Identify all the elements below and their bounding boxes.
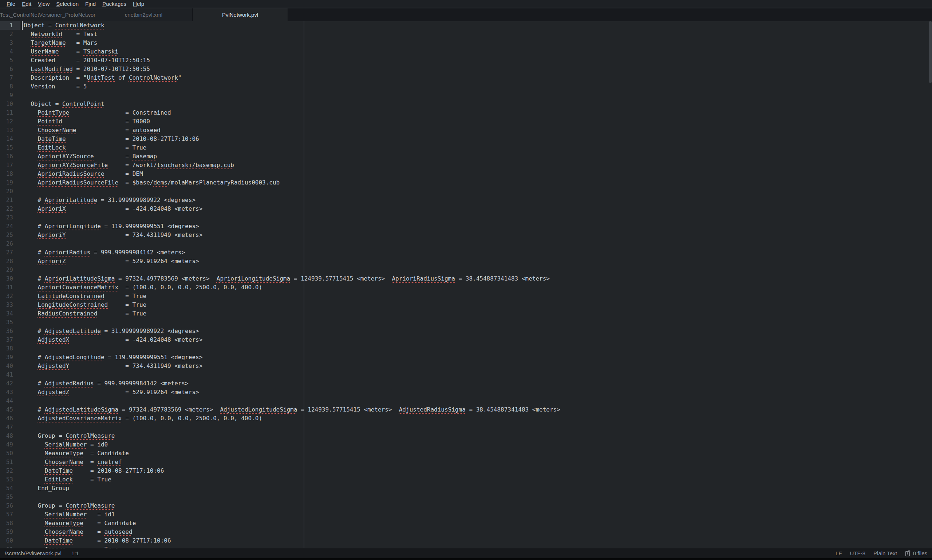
code-line[interactable]: [24, 423, 560, 432]
line-number[interactable]: 58: [0, 519, 13, 528]
line-number[interactable]: 27: [0, 248, 13, 257]
code-content[interactable]: Object = ControlNetwork NetworkId = Test…: [24, 21, 560, 548]
line-number[interactable]: 31: [0, 283, 13, 292]
line-number[interactable]: 34: [0, 309, 13, 318]
line-number[interactable]: 2: [0, 30, 13, 38]
code-line[interactable]: # AprioriLatitude = 31.999999989922 <deg…: [24, 196, 560, 205]
code-line[interactable]: AdjustedCovarianceMatrix = (100.0, 0.0, …: [24, 414, 560, 423]
code-line[interactable]: [24, 318, 560, 327]
code-line[interactable]: LatitudeConstrained = True: [24, 292, 560, 300]
code-line[interactable]: MeasureType = Candidate: [24, 519, 560, 528]
status-encoding[interactable]: UTF-8: [850, 550, 866, 556]
status-cursor-position[interactable]: 1:1: [71, 550, 79, 556]
code-line[interactable]: Ignore = True: [24, 545, 560, 548]
line-number[interactable]: 17: [0, 161, 13, 169]
tab-unittest-controlnetversioner-protonetwork[interactable]: unitTest_ControlNetVersioner_ProtoNetwor…: [0, 8, 95, 21]
menu-item-edit[interactable]: Edit: [18, 0, 35, 8]
status-git-status[interactable]: 0 files: [905, 550, 927, 557]
code-line[interactable]: [24, 344, 560, 353]
code-line[interactable]: [24, 187, 560, 196]
line-number[interactable]: 1: [0, 21, 13, 30]
code-line[interactable]: AprioriX = -424.024048 <meters>: [24, 205, 560, 213]
code-line[interactable]: AprioriY = 734.4311949 <meters>: [24, 231, 560, 239]
line-number[interactable]: 56: [0, 502, 13, 510]
line-number[interactable]: 15: [0, 143, 13, 152]
menu-item-view[interactable]: View: [35, 0, 53, 8]
code-line[interactable]: Group = ControlMeasure: [24, 502, 560, 510]
line-number[interactable]: 42: [0, 379, 13, 388]
line-number[interactable]: 37: [0, 335, 13, 344]
code-line[interactable]: AdjustedX = -424.024048 <meters>: [24, 335, 560, 344]
line-number[interactable]: 53: [0, 475, 13, 484]
line-number[interactable]: 19: [0, 178, 13, 187]
menu-item-file[interactable]: File: [3, 0, 18, 8]
status-line-ending[interactable]: LF: [835, 550, 842, 556]
code-line[interactable]: EditLock = True: [24, 143, 560, 152]
line-number[interactable]: 16: [0, 152, 13, 161]
code-line[interactable]: # AdjustedRadius = 999.99999984142 <mete…: [24, 379, 560, 388]
code-line[interactable]: AprioriRadiusSource = DEM: [24, 169, 560, 178]
line-number[interactable]: 6: [0, 65, 13, 74]
line-number-gutter[interactable]: 1234567891011121314151617181920212223242…: [0, 21, 13, 548]
code-line[interactable]: EditLock = True: [24, 475, 560, 484]
code-line[interactable]: TargetName = Mars: [24, 38, 560, 47]
line-number[interactable]: 22: [0, 205, 13, 213]
code-line[interactable]: [24, 397, 560, 405]
code-line[interactable]: LongitudeConstrained = True: [24, 300, 560, 309]
line-number[interactable]: 50: [0, 449, 13, 458]
tab-pvlnetwork-pvl[interactable]: PvlNetwork.pvl: [193, 8, 288, 21]
line-number[interactable]: 20: [0, 187, 13, 196]
menu-item-help[interactable]: Help: [129, 0, 148, 8]
code-line[interactable]: PointId = T0000: [24, 117, 560, 126]
line-number[interactable]: 26: [0, 239, 13, 248]
line-number[interactable]: 13: [0, 126, 13, 135]
line-number[interactable]: 51: [0, 458, 13, 466]
editor-pane[interactable]: 1234567891011121314151617181920212223242…: [0, 21, 932, 548]
line-number[interactable]: 30: [0, 274, 13, 283]
line-number[interactable]: 8: [0, 82, 13, 91]
code-line[interactable]: [24, 493, 560, 502]
line-number[interactable]: 5: [0, 56, 13, 65]
code-line[interactable]: Description = "UnitTest of ControlNetwor…: [24, 74, 560, 82]
code-line[interactable]: # AdjustedLongitude = 119.99999999551 <d…: [24, 353, 560, 362]
code-line[interactable]: AprioriXYZSource = Basemap: [24, 152, 560, 161]
code-line[interactable]: # AprioriLongitude = 119.99999999551 <de…: [24, 222, 560, 231]
code-line[interactable]: AdjustedY = 734.4311949 <meters>: [24, 362, 560, 371]
status-grammar[interactable]: Plain Text: [873, 550, 897, 556]
code-line[interactable]: MeasureType = Candidate: [24, 449, 560, 458]
line-number[interactable]: 46: [0, 414, 13, 423]
code-line[interactable]: SerialNumber = id0: [24, 440, 560, 449]
code-line[interactable]: PointType = Constrained: [24, 108, 560, 117]
line-number[interactable]: 40: [0, 362, 13, 371]
line-number[interactable]: 21: [0, 196, 13, 205]
line-number[interactable]: 3: [0, 38, 13, 47]
code-line[interactable]: DateTime = 2010-08-27T17:10:06: [24, 466, 560, 475]
line-number[interactable]: 45: [0, 405, 13, 414]
line-number[interactable]: 7: [0, 74, 13, 82]
code-line[interactable]: Version = 5: [24, 82, 560, 91]
code-line[interactable]: RadiusConstrained = True: [24, 309, 560, 318]
line-number[interactable]: 47: [0, 423, 13, 432]
code-line[interactable]: # AdjustedLatitudeSigma = 97324.49778356…: [24, 405, 560, 414]
line-number[interactable]: 4: [0, 47, 13, 56]
line-number[interactable]: 60: [0, 536, 13, 545]
code-line[interactable]: ChooserName = autoseed: [24, 126, 560, 135]
line-number[interactable]: 59: [0, 528, 13, 536]
menu-item-packages[interactable]: Packages: [99, 0, 129, 8]
menu-item-find[interactable]: Find: [82, 0, 99, 8]
code-line[interactable]: Object = ControlNetwork: [24, 21, 560, 30]
menu-item-selection[interactable]: Selection: [53, 0, 82, 8]
line-number[interactable]: 10: [0, 100, 13, 108]
line-number[interactable]: 32: [0, 292, 13, 300]
code-line[interactable]: # AdjustedLatitude = 31.999999989922 <de…: [24, 327, 560, 335]
code-line[interactable]: AprioriRadiusSourceFile = $base/dems/mol…: [24, 178, 560, 187]
line-number[interactable]: 33: [0, 300, 13, 309]
code-line[interactable]: SerialNumber = id1: [24, 510, 560, 519]
line-number[interactable]: 28: [0, 257, 13, 266]
code-line[interactable]: DateTime = 2010-08-27T17:10:06: [24, 536, 560, 545]
code-line[interactable]: Object = ControlPoint: [24, 100, 560, 108]
code-line[interactable]: [24, 91, 560, 100]
code-line[interactable]: # AprioriRadius = 999.99999984142 <meter…: [24, 248, 560, 257]
line-number[interactable]: 24: [0, 222, 13, 231]
line-number[interactable]: 36: [0, 327, 13, 335]
